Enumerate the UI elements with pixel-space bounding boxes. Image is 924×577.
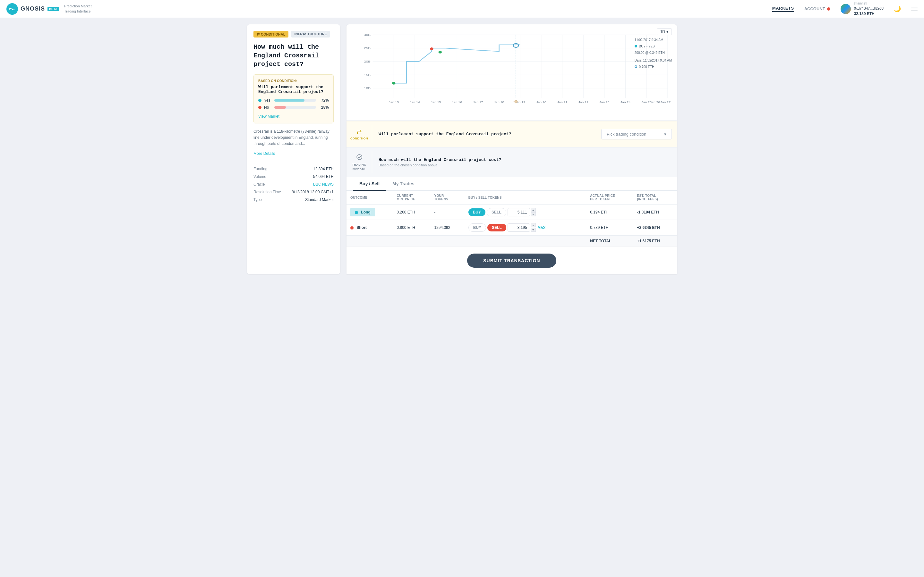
right-panel: 1D ▾: [347, 24, 677, 274]
svg-text:Jan 24: Jan 24: [620, 101, 631, 104]
menu-bar-1: [911, 7, 918, 7]
outcome-row-yes: Yes 72%: [258, 98, 329, 103]
condition-label: Based on condition:: [258, 79, 329, 83]
table-row-long: Long 0.200 ETH - BUY SELL: [347, 205, 677, 220]
short-sell-btn[interactable]: SELL: [487, 224, 506, 231]
chart-svg: 30B 25B 20B 15B 10B Jan 13 Jan 14 Jan 15…: [352, 31, 672, 111]
short-buy-btn[interactable]: BUY: [468, 223, 486, 232]
long-stepper-down[interactable]: ▼: [531, 212, 536, 216]
account-info: [mainnet] 0xd74B47...df2e33 32.189 ETH: [841, 1, 884, 17]
outcome-pct-yes: 72%: [318, 98, 329, 103]
condition-icon-cell: ⇄ CONDITION: [347, 125, 372, 143]
moon-icon[interactable]: 🌙: [894, 5, 901, 13]
period-chevron: ▾: [666, 29, 668, 34]
svg-text:Jan 16: Jan 16: [452, 101, 462, 104]
condition-cell-label: CONDITION: [351, 137, 368, 140]
info-row-type: Type Standard Market: [254, 196, 334, 203]
th-your-tokens: YOURTOKENS: [430, 191, 464, 205]
long-token-input[interactable]: [507, 208, 530, 216]
outcome-bar-container-no: [274, 106, 316, 109]
short-token-input[interactable]: [507, 223, 530, 232]
short-est-total: +2.6345 ETH: [633, 220, 677, 235]
tab-my-trades[interactable]: My Trades: [386, 177, 421, 191]
svg-text:Jan 26: Jan 26: [650, 101, 660, 104]
header-nav: MARKETS ACCOUNT [mainnet] 0xd74B47...df2…: [772, 1, 918, 17]
logo-text: GNOSIS: [21, 5, 45, 12]
th-current-price: CURRENTMIN. PRICE: [393, 191, 431, 205]
trading-market-icon: [356, 154, 363, 162]
account-balance: 32.189 ETH: [854, 11, 884, 17]
svg-text:15B: 15B: [364, 73, 371, 77]
header: GNOSIS BETA Prediction Market Trading In…: [0, 0, 924, 18]
long-token-wrapper: ▲ ▼: [507, 208, 536, 216]
chart-tooltip: 11/02/2017 9:34 AM BUY - YES 200.00 @ 0.…: [635, 37, 672, 71]
short-token-wrapper: ▲ ▼ MAX: [507, 223, 545, 232]
condition-picker[interactable]: Pick trading condition ▾: [601, 129, 672, 139]
long-sell-btn[interactable]: SELL: [487, 208, 506, 216]
more-details-link[interactable]: More Details: [254, 151, 275, 156]
short-current-price: 0.800 ETH: [393, 220, 431, 235]
condition-picker-placeholder: Pick trading condition: [607, 132, 646, 137]
view-market-link[interactable]: View Market: [258, 114, 279, 119]
outcome-dot-short: [351, 226, 354, 229]
menu-bar-3: [911, 11, 918, 11]
account-network: [mainnet]: [854, 1, 884, 6]
trade-tabs: Buy / Sell My Trades: [347, 177, 677, 191]
svg-text:30B: 30B: [364, 33, 371, 37]
long-buy-btn[interactable]: BUY: [468, 208, 485, 216]
logo-icon: [6, 3, 18, 15]
trading-market-cell-label: TRADINGMARKET: [352, 163, 367, 171]
trade-table: OUTCOME CURRENTMIN. PRICE YOURTOKENS BUY…: [347, 191, 677, 247]
hamburger-menu[interactable]: [911, 7, 918, 11]
svg-point-43: [439, 51, 442, 53]
short-stepper-up[interactable]: ▲: [531, 223, 536, 227]
oracle-link[interactable]: BBC NEWS: [313, 182, 334, 187]
long-est-total: -1.0194 ETH: [633, 205, 677, 220]
outcome-dot-long: [355, 211, 358, 214]
th-actual-price: ACTUAL PRICEPER TOKEN: [586, 191, 633, 205]
conditional-icon: ⇄: [257, 32, 260, 36]
svg-text:25B: 25B: [364, 46, 371, 50]
submit-transaction-button[interactable]: SUBMIT TRANSACTION: [467, 253, 556, 268]
trading-market-sub: Based on the chosen condition above.: [379, 163, 670, 167]
outcome-bar-container-yes: [274, 99, 316, 102]
nav-markets[interactable]: MARKETS: [772, 6, 794, 12]
svg-point-46: [357, 155, 362, 160]
chart-container: 1D ▾: [347, 24, 677, 121]
svg-text:Jan 20: Jan 20: [536, 101, 546, 104]
outcome-label-no: No: [264, 105, 272, 110]
info-table: Funding 12.394 ETH Volume 54.094 ETH Ora…: [254, 161, 334, 203]
short-stepper-down[interactable]: ▼: [531, 227, 536, 232]
outcome-long-label: Long: [361, 210, 370, 214]
th-outcome: OUTCOME: [347, 191, 393, 205]
logo[interactable]: GNOSIS BETA: [6, 3, 59, 15]
svg-text:20B: 20B: [364, 60, 371, 63]
svg-text:Jan 23: Jan 23: [599, 101, 610, 104]
short-actual-price: 0.789 ETH: [586, 220, 633, 235]
nav-account[interactable]: ACCOUNT: [804, 6, 830, 11]
tooltip-dot-2: [635, 65, 637, 68]
outcome-long-cell: Long: [347, 205, 393, 220]
account-status-dot: [827, 7, 830, 11]
long-stepper-up[interactable]: ▲: [531, 208, 536, 212]
left-panel: ⇄ CONDITIONAL INFRASTRUCTURE How much wi…: [247, 24, 340, 274]
svg-text:Jan 14: Jan 14: [410, 101, 420, 104]
trading-market-question: How much will the England Crossrail proj…: [379, 157, 670, 162]
submit-section: SUBMIT TRANSACTION: [347, 247, 677, 274]
short-your-tokens: 1294.392: [430, 220, 464, 235]
tab-buy-sell[interactable]: Buy / Sell: [353, 177, 386, 191]
outcome-dot-yes: [258, 99, 262, 102]
svg-text:Jan 22: Jan 22: [578, 101, 588, 104]
svg-point-0: [9, 8, 10, 10]
header-subtitle: Prediction Market Trading Interface: [64, 4, 92, 14]
trading-market-row: TRADINGMARKET How much will the England …: [347, 147, 677, 177]
short-max-link[interactable]: MAX: [538, 226, 545, 229]
svg-point-41: [392, 82, 396, 84]
tooltip-detail-2: 0.700 ETH: [635, 64, 672, 70]
long-your-tokens: -: [430, 205, 464, 220]
net-total-empty: [347, 235, 586, 247]
chart-period-selector[interactable]: 1D ▾: [657, 28, 672, 35]
table-header-row: OUTCOME CURRENTMIN. PRICE YOURTOKENS BUY…: [347, 191, 677, 205]
svg-point-42: [430, 47, 433, 50]
info-row-oracle: Oracle BBC NEWS: [254, 181, 334, 188]
